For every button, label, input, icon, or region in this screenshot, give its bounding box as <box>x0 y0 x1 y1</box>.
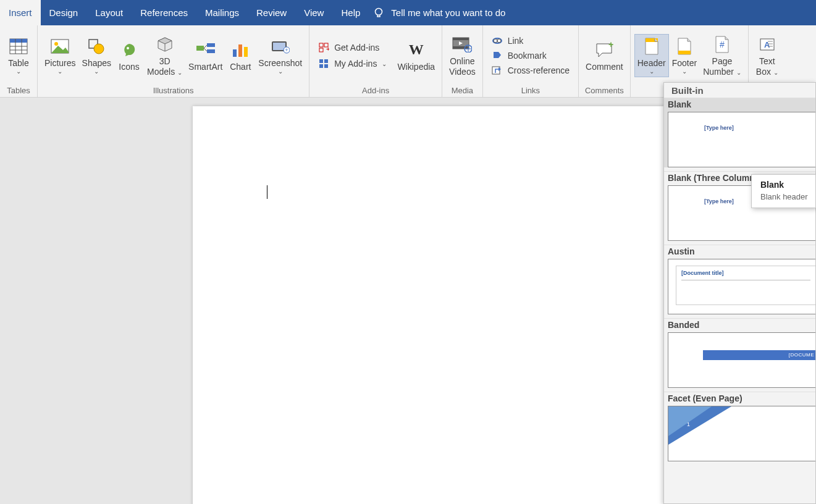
group-label-addins: Add-ins <box>309 85 442 98</box>
pictures-button[interactable]: Pictures ⌄ <box>41 34 79 78</box>
tab-help[interactable]: Help <box>332 0 369 25</box>
online-label-2: Videos <box>449 67 476 77</box>
chevron-down-icon: ⌄ <box>177 69 182 76</box>
svg-text:+: + <box>608 42 613 49</box>
pictures-icon <box>49 36 70 57</box>
smartart-button[interactable]: SmartArt <box>185 38 225 74</box>
models-label-2: Models <box>147 67 175 77</box>
models-label-1: 3D <box>159 56 170 67</box>
group-label-illustrations: Illustrations <box>38 85 309 98</box>
screenshot-button[interactable]: + Screenshot ⌄ <box>255 34 305 78</box>
chevron-down-icon: ⌄ <box>16 68 21 75</box>
footer-button[interactable]: Footer ⌄ <box>669 34 700 78</box>
header-button[interactable]: Header ⌄ <box>634 34 669 78</box>
svg-line-16 <box>204 48 207 51</box>
chevron-down-icon: ⌄ <box>382 61 387 67</box>
chevron-down-icon: ⌄ <box>57 68 62 75</box>
comment-button[interactable]: + Comment <box>583 38 626 74</box>
footer-icon <box>674 36 695 57</box>
tooltip-desc: Blank header <box>760 192 807 201</box>
placeholder-text: 1 <box>687 421 690 427</box>
icons-icon <box>119 40 140 61</box>
svg-rect-34 <box>453 46 469 49</box>
link-icon <box>492 36 503 46</box>
chart-button[interactable]: Chart <box>225 38 255 74</box>
chevron-down-icon: ⌄ <box>682 68 687 75</box>
gallery-preview: 1 <box>668 406 815 461</box>
tab-view[interactable]: View <box>295 0 332 25</box>
gallery-item-austin[interactable]: Austin [Document title] <box>664 245 815 314</box>
wikipedia-icon: W <box>406 40 427 61</box>
tab-references[interactable]: References <box>132 0 196 25</box>
page-number-button[interactable]: # Page Number ⌄ <box>700 32 744 79</box>
gallery-preview: [DOCUME <box>668 332 815 388</box>
svg-rect-26 <box>319 48 323 52</box>
svg-rect-13 <box>207 43 215 47</box>
screenshot-label: Screenshot <box>258 58 302 69</box>
3d-models-button[interactable]: 3D Models ⌄ <box>144 32 185 79</box>
tell-me-search[interactable]: Tell me what you want to do <box>372 7 505 19</box>
cube-icon <box>154 34 175 55</box>
tab-design[interactable]: Design <box>41 0 87 25</box>
header-gallery-dropdown: Built-in Blank [Type here] Blank (Three … <box>663 82 816 504</box>
chevron-down-icon: ⌄ <box>773 69 778 76</box>
svg-rect-24 <box>319 43 323 47</box>
bookmark-label: Bookmark <box>508 51 547 61</box>
online-videos-button[interactable]: Online Videos <box>446 32 479 79</box>
group-illustrations: Pictures ⌄ Shapes ⌄ Icons 3D Models ⌄ Sm… <box>38 25 309 98</box>
group-label-comments: Comments <box>579 85 630 98</box>
bookmark-button[interactable]: Bookmark <box>487 49 574 62</box>
tab-mailings[interactable]: Mailings <box>196 0 248 25</box>
chevron-down-icon: ⌄ <box>649 68 654 75</box>
group-label-links: Links <box>483 85 578 98</box>
cross-reference-button[interactable]: Cross-reference <box>487 64 574 77</box>
shapes-button[interactable]: Shapes ⌄ <box>79 34 114 78</box>
svg-text:+: + <box>285 47 288 53</box>
chevron-down-icon: ⌄ <box>278 68 283 75</box>
wikipedia-button[interactable]: W Wikipedia <box>394 38 438 74</box>
screenshot-icon: + <box>270 36 291 57</box>
link-button[interactable]: Link <box>487 34 574 48</box>
svg-point-40 <box>494 39 497 43</box>
gallery-preview: [Type here] <box>668 112 815 167</box>
tab-insert[interactable]: Insert <box>0 0 41 25</box>
text-label-1: Text <box>759 56 775 67</box>
header-icon <box>641 36 662 57</box>
svg-point-11 <box>127 47 129 49</box>
page-label-2: Number <box>703 67 734 77</box>
table-icon <box>8 36 29 57</box>
gallery-item-blank[interactable]: Blank [Type here] <box>664 98 815 167</box>
svg-rect-14 <box>207 49 215 53</box>
link-label: Link <box>508 36 524 46</box>
smartart-icon <box>195 40 216 61</box>
my-addins-button[interactable]: My Add-ins ⌄ <box>313 56 392 71</box>
svg-rect-30 <box>319 64 323 68</box>
table-button[interactable]: Table ⌄ <box>4 34 33 78</box>
icons-button[interactable]: Icons <box>114 38 144 74</box>
gallery-item-label: Blank <box>664 98 815 112</box>
gallery-preview: [Document title] <box>668 259 815 314</box>
svg-text:#: # <box>720 40 725 49</box>
tell-me-label: Tell me what you want to do <box>391 7 505 18</box>
tooltip: Blank Blank header <box>751 174 816 208</box>
group-comments: + Comment Comments <box>579 25 631 98</box>
group-media: Online Videos Media <box>442 25 483 98</box>
tab-review[interactable]: Review <box>248 0 295 25</box>
tab-layout[interactable]: Layout <box>86 0 132 25</box>
footer-label: Footer <box>672 58 697 69</box>
placeholder-text: [Document title] <box>681 270 810 276</box>
text-label-2: Box <box>756 67 771 77</box>
header-label: Header <box>637 58 666 69</box>
svg-rect-33 <box>453 38 469 40</box>
chart-icon <box>230 40 251 61</box>
group-tables: Table ⌄ Tables <box>0 25 38 98</box>
svg-point-0 <box>376 8 382 15</box>
gallery-item-facet-even[interactable]: Facet (Even Page) 1 <box>664 392 815 461</box>
svg-rect-28 <box>319 59 323 63</box>
get-addins-button[interactable]: + Get Add-ins <box>313 40 392 55</box>
gallery-item-banded[interactable]: Banded [DOCUME <box>664 318 815 388</box>
my-addins-label: My Add-ins <box>334 59 377 69</box>
text-box-button[interactable]: A Text Box ⌄ <box>752 32 782 79</box>
online-label-1: Online <box>450 56 474 67</box>
placeholder-text: [Type here] <box>704 198 734 204</box>
